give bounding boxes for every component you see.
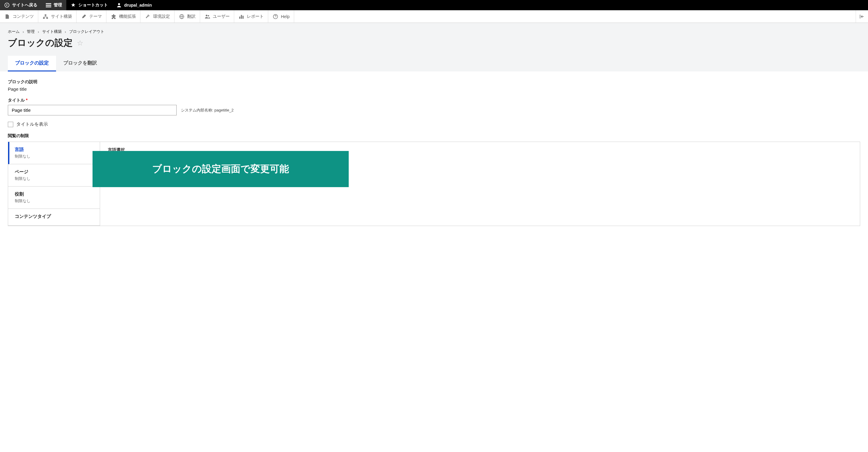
wrench-icon — [145, 13, 151, 20]
svg-rect-17 — [860, 14, 861, 19]
collapse-left-icon — [859, 13, 865, 20]
toolbar-translate[interactable]: 翻訳 — [175, 10, 200, 23]
title-label: タイトル * — [8, 98, 860, 103]
chevron-left-circle-icon — [4, 2, 10, 8]
shortcut-star-icon[interactable]: ☆ — [77, 39, 84, 47]
page-header: ホーム › 管理 › サイト構築 › ブロックレイアウト ブロックの設定 ☆ ブ… — [0, 23, 868, 71]
vtab-summary: 制限なし — [15, 198, 93, 204]
vtab-summary: 制限なし — [15, 154, 93, 159]
page-title: ブロックの設定 — [8, 37, 73, 49]
vtab-title: 役割 — [15, 191, 93, 197]
toolbar-structure[interactable]: サイト構築 — [38, 10, 76, 23]
title-input[interactable] — [8, 105, 177, 116]
svg-rect-12 — [239, 17, 241, 19]
users-icon — [204, 13, 210, 20]
admin-topbar: サイトへ戻る 管理 ショートカット drupal_admin — [0, 0, 868, 10]
hamburger-icon — [46, 2, 51, 8]
vtab-roles[interactable]: 役割 制限なし — [8, 187, 100, 209]
globe-icon — [179, 13, 185, 20]
toolbar-config[interactable]: 環境設定 — [141, 10, 175, 23]
toolbar-item-label: コンテンツ — [13, 14, 34, 19]
question-circle-icon — [273, 13, 278, 20]
username-label: drupal_admin — [124, 3, 152, 7]
primary-tabs: ブロックの設定 ブロックを翻訳 — [8, 56, 860, 71]
toolbar-orientation-toggle[interactable] — [856, 10, 868, 23]
vtab-summary: 制限なし — [15, 176, 93, 182]
svg-rect-6 — [43, 17, 44, 19]
vtab-language[interactable]: 言語 制限なし — [8, 142, 100, 164]
toolbar-item-label: レポート — [247, 14, 264, 19]
vtab-title: 言語 — [15, 147, 93, 153]
back-to-site-link[interactable]: サイトへ戻る — [0, 0, 41, 10]
svg-rect-13 — [241, 15, 242, 19]
user-icon — [116, 2, 122, 8]
breadcrumb-link[interactable]: 管理 — [27, 29, 35, 34]
tab-configure-block[interactable]: ブロックの設定 — [8, 56, 56, 71]
block-description-label: ブロックの説明 — [8, 79, 860, 85]
svg-point-4 — [118, 3, 120, 5]
show-title-checkbox[interactable] — [8, 122, 13, 127]
svg-point-11 — [208, 15, 209, 17]
sitemap-icon — [42, 13, 49, 20]
machine-name: システム内部名称: pagetitle_2 — [181, 107, 234, 113]
vtab-title: コンテンツタイプ — [15, 214, 93, 219]
toolbar-item-label: 機能拡張 — [119, 14, 136, 19]
block-description-value: Page title — [8, 87, 860, 92]
svg-rect-2 — [46, 5, 51, 6]
svg-rect-1 — [46, 3, 51, 4]
star-icon — [70, 2, 76, 8]
svg-point-0 — [5, 3, 9, 7]
toolbar-spacer — [294, 10, 856, 23]
breadcrumb-separator: › — [23, 30, 24, 34]
svg-rect-5 — [44, 14, 46, 16]
shortcuts-label: ショートカット — [79, 2, 108, 8]
toolbar-item-label: Help — [281, 14, 290, 19]
breadcrumb-link[interactable]: ホーム — [8, 29, 20, 34]
vertical-tabs: 言語 制限なし ページ 制限なし 役割 制限なし コンテンツタイプ 言語選択 ブ… — [8, 141, 860, 226]
document-icon — [4, 13, 10, 20]
annotation-callout: ブロックの設定画面で変更可能 — [93, 151, 349, 187]
paintbrush-icon — [81, 13, 87, 20]
toolbar-reports[interactable]: レポート — [234, 10, 268, 23]
toolbar-content[interactable]: コンテンツ — [0, 10, 38, 23]
toolbar-appearance[interactable]: テーマ — [76, 10, 106, 23]
svg-rect-14 — [243, 16, 244, 19]
user-link[interactable]: drupal_admin — [112, 0, 156, 10]
toolbar-item-label: テーマ — [89, 14, 102, 19]
manage-toggle[interactable]: 管理 — [41, 0, 66, 10]
svg-rect-7 — [46, 17, 48, 19]
bar-chart-icon — [239, 13, 244, 20]
shortcuts-link[interactable]: ショートカット — [66, 0, 112, 10]
admin-toolbar: コンテンツ サイト構築 テーマ 機能拡張 環境設定 翻訳 ユーザー — [0, 10, 868, 23]
breadcrumb-separator: › — [38, 30, 39, 34]
svg-point-16 — [275, 17, 276, 18]
vertical-tabs-nav: 言語 制限なし ページ 制限なし 役割 制限なし コンテンツタイプ — [8, 142, 100, 226]
vtab-title: ページ — [15, 169, 93, 175]
toolbar-item-label: ユーザー — [213, 14, 230, 19]
breadcrumb: ホーム › 管理 › サイト構築 › ブロックレイアウト — [8, 29, 860, 34]
toolbar-item-label: サイト構築 — [51, 14, 72, 19]
back-to-site-label: サイトへ戻る — [12, 2, 37, 8]
toolbar-item-label: 翻訳 — [187, 14, 195, 19]
breadcrumb-separator: › — [65, 30, 66, 34]
svg-point-10 — [206, 14, 207, 16]
vtab-content-types[interactable]: コンテンツタイプ — [8, 209, 100, 226]
toolbar-item-label: 環境設定 — [153, 14, 170, 19]
manage-label: 管理 — [54, 2, 62, 8]
svg-rect-3 — [46, 7, 51, 7]
visibility-label: 閲覧の制限 — [8, 133, 860, 139]
show-title-label[interactable]: タイトルを表示 — [16, 122, 48, 127]
puzzle-icon — [111, 13, 117, 20]
toolbar-extend[interactable]: 機能拡張 — [106, 10, 141, 23]
toolbar-people[interactable]: ユーザー — [200, 10, 234, 23]
breadcrumb-link[interactable]: ブロックレイアウト — [69, 29, 104, 34]
vtab-pages[interactable]: ページ 制限なし — [8, 164, 100, 187]
toolbar-help[interactable]: Help — [268, 10, 294, 23]
breadcrumb-link[interactable]: サイト構築 — [42, 29, 62, 34]
tab-translate-block[interactable]: ブロックを翻訳 — [56, 56, 104, 71]
form-content: ブロックの説明 Page title タイトル * システム内部名称: page… — [0, 71, 868, 234]
